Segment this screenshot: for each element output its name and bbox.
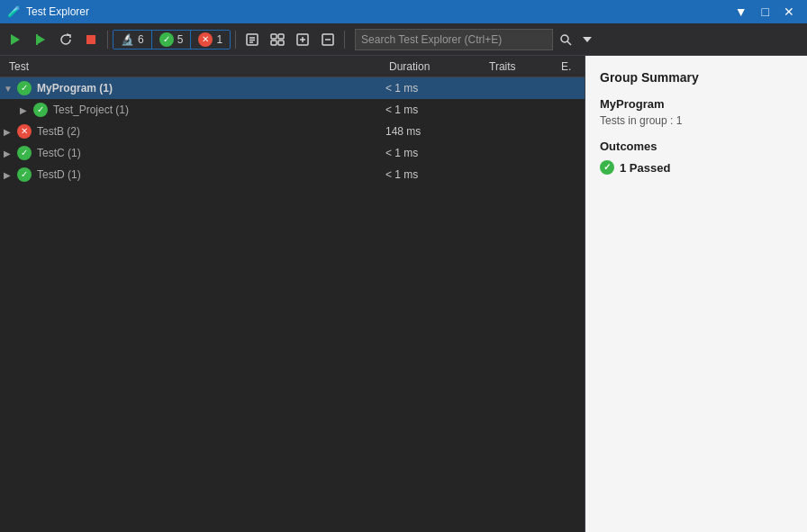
col-e-header: E.: [558, 60, 585, 73]
status-icon: ✓: [16, 167, 32, 183]
table-row[interactable]: ▶ ✓ TestD (1) < 1 ms: [0, 164, 585, 185]
status-icon: ✓: [16, 145, 32, 161]
outcome-text: 1 Passed: [620, 161, 670, 175]
pass-icon: ✓: [17, 146, 32, 160]
summary-outcomes-title: Outcomes: [600, 140, 793, 153]
close-button[interactable]: ✕: [778, 5, 800, 19]
pass-count: 5: [177, 33, 184, 46]
pass-icon: ✓: [17, 167, 32, 182]
expand-icon[interactable]: ▶: [4, 149, 16, 158]
outcome-pass-icon: ✓: [600, 160, 614, 175]
table-row[interactable]: ▶ ✕ TestB (2) 148 ms: [0, 121, 585, 142]
restore-button[interactable]: □: [757, 5, 775, 19]
pass-icon: ✓: [159, 32, 174, 47]
svg-point-17: [561, 35, 568, 42]
col-traits-header: Traits: [485, 60, 558, 73]
status-icon: ✓: [16, 80, 32, 96]
row-duration: < 1 ms: [378, 104, 482, 116]
app-title: Test Explorer: [26, 5, 89, 18]
filter-group: 🔬 6 ✓ 5 ✕ 1: [113, 30, 231, 50]
row-label: Test_Project (1): [53, 104, 129, 116]
flask-icon: 🔬: [121, 33, 134, 46]
filter-pass-button[interactable]: ✓ 5: [151, 31, 191, 49]
table-row[interactable]: ▶ ✓ TestC (1) < 1 ms: [0, 142, 585, 164]
status-icon: ✓: [32, 102, 49, 118]
separator-2: [235, 31, 236, 49]
column-headers: Test Duration Traits E.: [0, 56, 585, 77]
svg-rect-10: [271, 41, 277, 45]
summary-title: Group Summary: [600, 70, 793, 85]
run-selected-button[interactable]: [29, 30, 52, 50]
expand-icon[interactable]: ▼: [4, 84, 16, 94]
app-icon: 🧪: [7, 5, 21, 18]
svg-rect-8: [271, 34, 277, 39]
col-test-header: Test: [0, 60, 382, 73]
summary-tests-label: Tests in group : 1: [600, 114, 793, 127]
table-row[interactable]: ▼ ✓ MyProgram (1) < 1 ms: [0, 77, 585, 99]
expand-icon[interactable]: ▶: [4, 127, 16, 137]
row-duration: < 1 ms: [378, 147, 482, 159]
test-panel: Test Duration Traits E. ▼ ✓ MyProgram (1…: [0, 56, 585, 532]
playlist-button[interactable]: [240, 30, 264, 50]
total-count: 6: [138, 33, 144, 46]
svg-marker-0: [11, 34, 20, 45]
minimize-button[interactable]: ▼: [730, 5, 753, 19]
add-test-button[interactable]: [291, 30, 314, 50]
title-bar: 🧪 Test Explorer ▼ □ ✕: [0, 0, 807, 23]
toolbar: 🔬 6 ✓ 5 ✕ 1: [0, 23, 807, 56]
table-row[interactable]: ▶ ✓ Test_Project (1) < 1 ms: [0, 99, 585, 121]
search-input[interactable]: [355, 29, 553, 50]
svg-line-18: [567, 41, 571, 45]
filter-fail-button[interactable]: ✕ 1: [190, 31, 230, 49]
main-area: Test Duration Traits E. ▼ ✓ MyProgram (1…: [0, 56, 807, 532]
expand-icon[interactable]: ▶: [20, 105, 32, 115]
expand-icon[interactable]: ▶: [4, 170, 16, 180]
stop-button[interactable]: [79, 30, 103, 50]
svg-rect-3: [86, 35, 95, 44]
row-label: TestB (2): [37, 125, 80, 138]
search-button[interactable]: [555, 31, 576, 49]
run-all-button[interactable]: [4, 30, 27, 50]
refresh-button[interactable]: [54, 30, 77, 50]
filter-all-button[interactable]: 🔬 6: [113, 31, 151, 49]
outcome-item: ✓ 1 Passed: [600, 160, 793, 175]
row-label: MyProgram (1): [37, 82, 113, 95]
row-duration: < 1 ms: [378, 82, 482, 95]
row-duration: 148 ms: [378, 125, 482, 138]
pass-icon: ✓: [17, 81, 32, 95]
search-options-button[interactable]: [578, 32, 596, 47]
status-icon: ✕: [16, 123, 32, 140]
fail-icon: ✕: [198, 32, 213, 47]
row-label: TestC (1): [37, 147, 81, 159]
fail-icon: ✕: [17, 124, 32, 139]
separator-3: [344, 31, 345, 49]
row-duration: < 1 ms: [378, 168, 482, 181]
row-label: TestD (1): [37, 168, 81, 181]
separator-1: [107, 31, 108, 49]
pass-icon: ✓: [33, 103, 48, 117]
svg-rect-9: [278, 34, 284, 39]
col-duration-header: Duration: [382, 60, 485, 73]
test-list: ▼ ✓ MyProgram (1) < 1 ms ▶ ✓ Test_Projec…: [0, 77, 585, 532]
fail-count: 1: [216, 33, 222, 46]
svg-marker-19: [583, 37, 592, 42]
svg-rect-11: [278, 41, 284, 45]
collapse-button[interactable]: [316, 30, 340, 50]
group-button[interactable]: [266, 30, 289, 50]
summary-panel: Group Summary MyProgram Tests in group :…: [585, 56, 807, 532]
summary-group-name: MyProgram: [600, 97, 793, 111]
